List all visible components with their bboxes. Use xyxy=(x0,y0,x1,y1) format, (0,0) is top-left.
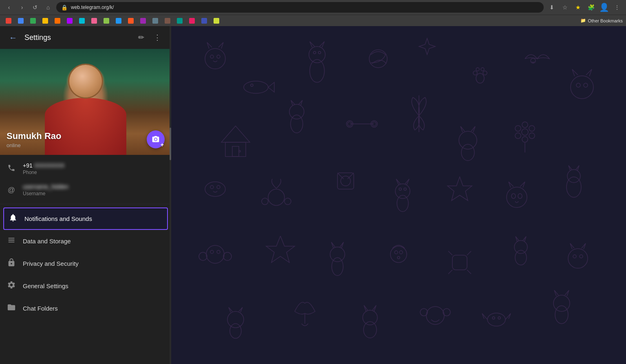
bookmark-item[interactable] xyxy=(77,17,87,24)
data-storage-icon xyxy=(7,236,16,247)
bookmark-item[interactable] xyxy=(89,17,99,24)
general-settings-label: General Settings xyxy=(23,282,68,289)
download-icon[interactable]: ⬇ xyxy=(546,2,558,13)
camera-button[interactable]: + xyxy=(147,130,165,148)
profile-status: online xyxy=(7,142,61,148)
profile-icon[interactable]: 👤 xyxy=(598,2,610,13)
bookmark-item[interactable] xyxy=(150,17,161,24)
svg-point-69 xyxy=(399,251,403,254)
bookmark-item[interactable] xyxy=(52,17,63,24)
svg-point-38 xyxy=(515,133,521,139)
svg-point-10 xyxy=(476,73,484,83)
browser-actions: ⬇ ☆ ★ 🧩 👤 ⋮ xyxy=(546,2,623,13)
extensions-icon[interactable]: 🧩 xyxy=(585,2,597,13)
svg-point-54 xyxy=(404,188,406,190)
svg-point-3 xyxy=(244,81,268,93)
url-text: web.telegram.org/k/ xyxy=(71,4,114,10)
bookmark-item[interactable] xyxy=(211,17,222,24)
svg-point-42 xyxy=(210,185,214,189)
svg-line-50 xyxy=(348,173,354,179)
home-button[interactable]: ⌂ xyxy=(42,2,54,13)
bookmark-item[interactable] xyxy=(126,17,136,24)
svg-point-57 xyxy=(518,194,522,199)
other-bookmarks[interactable]: 📁 Other Bookmarks xyxy=(580,18,623,23)
bookmark-item[interactable] xyxy=(101,17,112,24)
sidebar-scrollbar xyxy=(170,26,171,364)
bookmark-item[interactable] xyxy=(40,17,51,24)
bookmark-item[interactable] xyxy=(138,17,148,24)
svg-point-13 xyxy=(476,68,479,71)
svg-point-14 xyxy=(481,68,484,71)
phone-item[interactable]: +91 XXXXXXXX Phone xyxy=(0,158,171,179)
menu-item-privacy[interactable]: Privacy and Security xyxy=(0,252,171,275)
browser-chrome: ‹ › ↺ ⌂ 🔒 web.telegram.org/k/ ⬇ ☆ ★ 🧩 👤 … xyxy=(0,0,626,26)
back-button[interactable]: ‹ xyxy=(3,2,15,13)
svg-point-18 xyxy=(584,83,588,87)
svg-point-35 xyxy=(529,126,535,131)
svg-rect-20 xyxy=(225,142,246,157)
bookmark-icon[interactable]: ☆ xyxy=(559,2,571,13)
phone-details: +91 XXXXXXXX Phone xyxy=(23,162,64,175)
scrollbar-thumb[interactable] xyxy=(170,128,171,160)
general-settings-icon xyxy=(7,280,16,291)
username-item[interactable]: @ username_hidden Username xyxy=(0,179,171,201)
menu-item-notifications[interactable]: Notifications and Sounds xyxy=(3,207,168,230)
svg-point-74 xyxy=(568,249,588,268)
bookmark-item[interactable] xyxy=(64,17,75,24)
forward-button[interactable]: › xyxy=(16,2,28,13)
profile-section: Sumukh Rao online + xyxy=(0,49,171,155)
menu-item-general[interactable]: General Settings xyxy=(0,275,171,297)
svg-point-59 xyxy=(567,170,580,183)
profile-info: Sumukh Rao online xyxy=(7,131,61,148)
bookmark-item[interactable] xyxy=(162,17,173,24)
bookmark-item[interactable] xyxy=(113,17,124,24)
edit-button[interactable]: ✏ xyxy=(134,30,148,45)
username-icon: @ xyxy=(7,186,16,194)
phone-value: +91 XXXXXXXX xyxy=(23,162,64,169)
svg-point-11 xyxy=(473,71,477,75)
header-actions: ✏ ⋮ xyxy=(134,30,165,45)
bookmark-item[interactable] xyxy=(3,17,14,24)
bookmark-item[interactable] xyxy=(187,17,197,24)
svg-point-82 xyxy=(420,309,428,316)
bookmark-item[interactable] xyxy=(199,17,209,24)
svg-line-49 xyxy=(337,173,344,179)
svg-point-87 xyxy=(553,295,570,311)
svg-point-72 xyxy=(514,240,527,254)
svg-point-67 xyxy=(390,246,407,263)
svg-point-41 xyxy=(205,182,225,196)
notifications-label: Notifications and Sounds xyxy=(24,215,92,222)
bookmark-item[interactable] xyxy=(174,17,185,24)
svg-point-31 xyxy=(459,131,477,149)
privacy-label: Privacy and Security xyxy=(23,260,79,267)
svg-point-9 xyxy=(369,50,387,68)
menu-item-data-storage[interactable]: Data and Storage xyxy=(0,230,171,252)
chat-folders-label: Chat Folders xyxy=(23,305,58,312)
username-value: username_hidden xyxy=(23,183,68,190)
back-button[interactable]: ← xyxy=(7,31,20,44)
more-button[interactable]: ⋮ xyxy=(150,30,165,45)
svg-point-86 xyxy=(498,317,500,319)
more-options-icon[interactable]: ⋮ xyxy=(611,2,623,13)
sidebar: ← Settings ✏ ⋮ Sumukh Rao online + xyxy=(0,26,171,364)
address-bar[interactable]: 🔒 web.telegram.org/k/ xyxy=(56,2,544,13)
reload-button[interactable]: ↺ xyxy=(29,2,41,13)
svg-point-2 xyxy=(217,55,220,58)
svg-point-75 xyxy=(573,255,576,258)
svg-point-83 xyxy=(443,309,450,316)
bookmark-item[interactable] xyxy=(15,17,26,24)
svg-point-23 xyxy=(289,104,304,119)
svg-point-62 xyxy=(223,252,231,260)
svg-point-43 xyxy=(217,185,220,189)
bookmark-item[interactable] xyxy=(28,17,38,24)
star-icon[interactable]: ★ xyxy=(572,2,584,13)
svg-marker-19 xyxy=(221,126,250,142)
svg-point-56 xyxy=(511,194,516,199)
app-container: ← Settings ✏ ⋮ Sumukh Rao online + xyxy=(0,26,626,364)
svg-point-61 xyxy=(199,252,207,260)
svg-point-33 xyxy=(522,129,528,135)
menu-item-folders[interactable]: Chat Folders xyxy=(0,297,171,320)
svg-point-37 xyxy=(522,137,528,142)
svg-point-8 xyxy=(318,51,321,54)
svg-point-16 xyxy=(571,76,593,99)
